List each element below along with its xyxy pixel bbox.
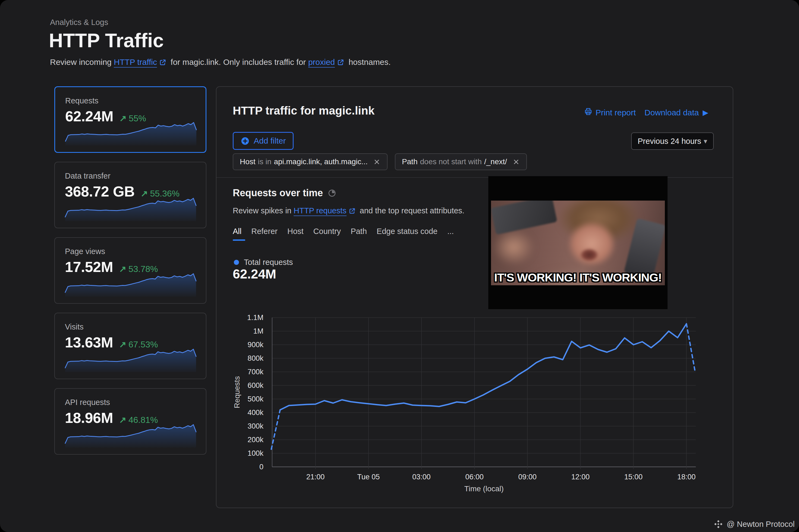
panel-actions: Print report Download data ▶ — [584, 108, 708, 117]
metric-card-visits[interactable]: Visits13.63M↗67.53% — [54, 313, 206, 379]
sparkline-chart — [64, 195, 198, 222]
meme-caption: IT'S WORKING! IT'S WORKING! — [488, 271, 668, 284]
svg-text:03:00: 03:00 — [412, 473, 431, 481]
print-report-button[interactable]: Print report — [584, 108, 636, 117]
svg-text:12:00: 12:00 — [571, 473, 590, 481]
section-subtitle: Review spikes in HTTP requests and the t… — [233, 206, 464, 216]
dashboard-screen: Analytics & Logs HTTP Traffic Review inc… — [0, 0, 799, 532]
tab-all[interactable]: All — [233, 227, 241, 236]
close-icon[interactable] — [373, 158, 380, 166]
filter-chips: Hostis inapi.magic.link, auth.magic...Pa… — [233, 153, 527, 170]
svg-text:06:00: 06:00 — [465, 473, 484, 481]
filter-chip-host[interactable]: Hostis inapi.magic.link, auth.magic... — [233, 153, 388, 170]
legend-label: Total requests — [244, 258, 293, 267]
page-description: Review incoming HTTP traffic for magic.l… — [50, 58, 391, 68]
expand-right-icon: ▶ — [703, 108, 708, 117]
tab-edge-status-code[interactable]: Edge status code — [377, 227, 438, 236]
close-icon[interactable] — [513, 158, 520, 166]
http-requests-link[interactable]: HTTP requests — [294, 206, 346, 216]
svg-text:21:00: 21:00 — [306, 473, 325, 481]
proxied-link[interactable]: proxied — [308, 58, 335, 68]
svg-text:800k: 800k — [247, 354, 263, 362]
total-requests-value: 62.24M — [233, 267, 276, 282]
metric-cards: Requests62.24M↗55%Data transfer368.72 GB… — [54, 86, 206, 463]
svg-text:18:00: 18:00 — [677, 473, 696, 481]
newton-protocol-logo-icon — [714, 519, 723, 529]
tab-host[interactable]: Host — [287, 227, 304, 236]
svg-text:700k: 700k — [247, 368, 263, 376]
svg-text:0: 0 — [259, 463, 263, 471]
printer-icon — [584, 108, 592, 117]
time-range-dropdown[interactable]: Previous 24 hours ▾ — [631, 132, 714, 150]
svg-text:15:00: 15:00 — [625, 473, 643, 481]
metric-card-requests[interactable]: Requests62.24M↗55% — [54, 86, 206, 153]
svg-text:09:00: 09:00 — [518, 473, 537, 481]
clock-icon — [328, 189, 336, 197]
svg-text:200k: 200k — [247, 436, 263, 444]
svg-text:1M: 1M — [253, 327, 263, 335]
metric-label: Requests — [65, 96, 98, 105]
sparkline-chart — [64, 421, 198, 448]
svg-text:900k: 900k — [247, 341, 263, 349]
metric-card-data-transfer[interactable]: Data transfer368.72 GB↗55.36% — [54, 162, 206, 228]
svg-text:100k: 100k — [247, 449, 263, 457]
filter-chip-path[interactable]: Pathdoes not start with/_next/ — [395, 153, 527, 170]
metric-label: Page views — [65, 247, 105, 256]
metric-label: Data transfer — [65, 172, 111, 180]
metric-label: API requests — [65, 398, 110, 407]
external-link-icon — [349, 207, 355, 216]
download-data-button[interactable]: Download data ▶ — [645, 108, 708, 117]
plus-circle-icon — [241, 136, 249, 146]
section-title: Requests over time — [233, 187, 323, 199]
meme-image: IT'S WORKING! IT'S WORKING! — [488, 176, 668, 309]
chart-legend: Total requests — [234, 258, 293, 267]
external-link-icon — [337, 59, 344, 68]
attribute-tabs: AllRefererHostCountryPathEdge status cod… — [233, 227, 454, 236]
sparkline-chart — [64, 346, 198, 373]
svg-text:Requests: Requests — [233, 376, 241, 408]
svg-text:Tue 05: Tue 05 — [357, 473, 380, 481]
svg-text:600k: 600k — [247, 381, 263, 390]
http-traffic-link[interactable]: HTTP traffic — [114, 58, 157, 68]
sparkline-chart — [64, 271, 198, 297]
breadcrumb: Analytics & Logs — [50, 18, 108, 27]
series-dot-icon — [234, 260, 239, 265]
tab-more[interactable]: ... — [447, 227, 454, 236]
tab-country[interactable]: Country — [313, 227, 341, 236]
metric-card-page-views[interactable]: Page views17.52M↗53.78% — [54, 237, 206, 304]
watermark: @ Newton Protocol — [714, 519, 795, 529]
tab-path[interactable]: Path — [351, 227, 367, 236]
requests-over-time-chart[interactable]: 0100k200k300k400k500k600k700k800k900k1M1… — [229, 310, 718, 500]
svg-text:300k: 300k — [247, 422, 263, 430]
external-link-icon — [159, 59, 166, 68]
metric-card-api-requests[interactable]: API requests18.96M↗46.81% — [54, 388, 206, 455]
page-title: HTTP Traffic — [49, 29, 164, 52]
chevron-down-icon: ▾ — [704, 137, 707, 146]
svg-text:400k: 400k — [247, 408, 263, 417]
panel-title: HTTP traffic for magic.link — [233, 104, 374, 117]
svg-text:500k: 500k — [247, 395, 263, 403]
sparkline-chart — [64, 119, 198, 146]
add-filter-button[interactable]: Add filter — [233, 132, 294, 150]
svg-text:Time (local): Time (local) — [464, 484, 503, 493]
metric-label: Visits — [65, 322, 83, 331]
tab-referer[interactable]: Referer — [251, 227, 278, 236]
svg-text:1.1M: 1.1M — [247, 314, 263, 322]
